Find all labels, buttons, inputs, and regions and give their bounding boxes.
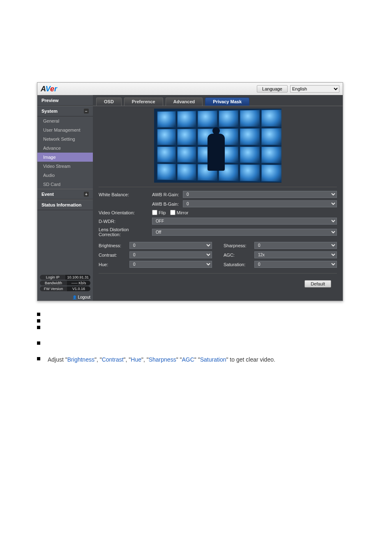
agc-label: AGC: [224, 253, 254, 258]
hue-label: Hue: [99, 262, 129, 267]
contrast-select[interactable]: 0 [129, 251, 212, 258]
default-button[interactable]: Default [304, 280, 331, 288]
video-orientation-label: Video Orientation: [99, 210, 152, 215]
nav-preview[interactable]: Preview [37, 95, 93, 106]
sharpness-label: Sharpness: [224, 243, 254, 248]
sharpness-select[interactable]: 0 [254, 242, 337, 249]
logout-button[interactable]: Logout [37, 294, 93, 301]
ldc-label: Lens Distortion Correction: [99, 227, 152, 237]
tab-preference[interactable]: Preference [124, 97, 163, 106]
dwdr-label: D-WDR: [99, 219, 152, 224]
nav-general[interactable]: General [37, 116, 93, 125]
language-select[interactable]: English [290, 85, 339, 93]
dwdr-select[interactable]: OFF [152, 218, 337, 225]
description-bullets: Adjust "Brightness", "Contrast", "Hue", … [37, 309, 355, 365]
topbar: AVer Language English [37, 83, 343, 95]
flip-checkbox[interactable]: Flip [152, 210, 166, 215]
contrast-label: Contrast: [99, 253, 129, 258]
awb-b-gain-label: AWB B-Gain: [152, 202, 183, 207]
login-ip-label: Login IP [40, 275, 65, 280]
white-balance-label: White Balance: [99, 192, 152, 197]
awb-r-gain-select[interactable]: 0 [183, 191, 337, 198]
nav-user-management[interactable]: User Management [37, 125, 93, 135]
adjust-line: Adjust "Brightness", "Contrast", "Hue", … [48, 354, 355, 365]
video-preview [154, 109, 281, 183]
fw-version-value: V1.0.16 [67, 286, 90, 291]
brightness-label: Brightness: [99, 243, 129, 248]
awb-r-gain-label: AWB R-Gain: [152, 192, 183, 197]
nav-image[interactable]: Image [37, 153, 93, 162]
fw-version-label: FW Version [40, 286, 67, 291]
bandwidth-value: ----- Kb/s [67, 281, 90, 285]
login-ip-value: 10.100.91.31 [65, 275, 90, 280]
collapse-icon[interactable]: − [84, 109, 89, 114]
brand-logo: AVer [41, 85, 57, 93]
language-button[interactable]: Language [257, 85, 288, 93]
awb-b-gain-select[interactable]: 0 [183, 200, 337, 207]
saturation-select[interactable]: 0 [254, 261, 337, 268]
sidebar: Preview System − General User Management… [37, 95, 93, 301]
agc-select[interactable]: 12x [254, 251, 337, 258]
nav-event[interactable]: Event + [37, 189, 93, 200]
nav-sd-card[interactable]: SD Card [37, 180, 93, 189]
hue-select[interactable]: 0 [129, 261, 212, 268]
tab-privacy-mask[interactable]: Privacy Mask [205, 97, 249, 106]
nav-network-setting[interactable]: Network Setting [37, 135, 93, 144]
nav-status-information[interactable]: Status Information [37, 200, 93, 210]
mirror-checkbox[interactable]: Mirror [170, 210, 189, 215]
main-panel: OSD Preference Advanced Privacy Mask [93, 95, 343, 301]
app-window: AVer Language English Preview System − [37, 82, 343, 301]
nav-system[interactable]: System − [37, 106, 93, 116]
tab-advanced[interactable]: Advanced [166, 97, 203, 106]
nav-audio[interactable]: Audio [37, 171, 93, 180]
bandwidth-label: Bandwidth [40, 281, 67, 285]
nav-advance[interactable]: Advance [37, 144, 93, 153]
expand-icon[interactable]: + [84, 192, 89, 197]
tab-osd[interactable]: OSD [96, 97, 122, 106]
brightness-select[interactable]: 0 [129, 242, 212, 249]
nav-video-stream[interactable]: Video Stream [37, 162, 93, 171]
ldc-select[interactable]: Off [152, 229, 337, 236]
saturation-label: Saturation: [224, 262, 254, 267]
